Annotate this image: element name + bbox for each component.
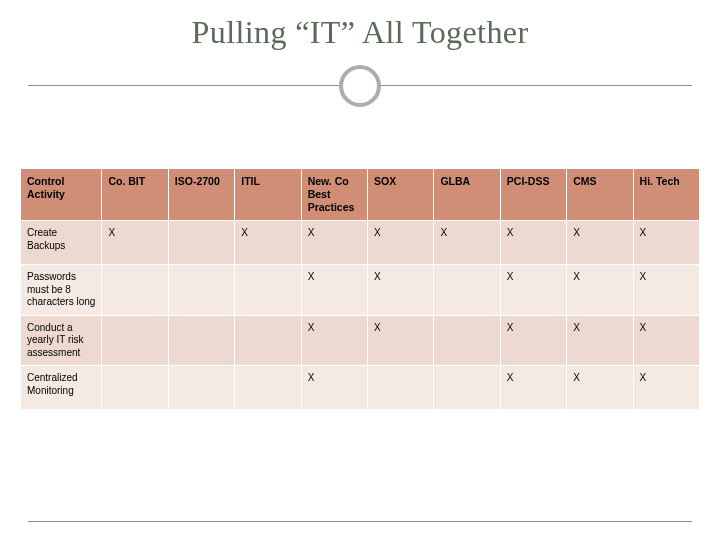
cell: X: [301, 315, 367, 366]
col-header: New. Co Best Practices: [301, 169, 367, 221]
row-label: Passwords must be 8 characters long: [21, 265, 102, 316]
cell: X: [434, 221, 500, 265]
comparison-table-wrap: Control Activity Co. BIT ISO-2700 ITIL N…: [20, 168, 700, 410]
row-label: Centralized Monitoring: [21, 366, 102, 410]
cell: X: [567, 221, 633, 265]
cell: [235, 265, 301, 316]
col-header: Co. BIT: [102, 169, 168, 221]
cell: X: [567, 265, 633, 316]
col-header: SOX: [368, 169, 434, 221]
col-header: CMS: [567, 169, 633, 221]
table-row: Centralized Monitoring X X X X: [21, 366, 700, 410]
cell: X: [567, 366, 633, 410]
col-header: Hi. Tech: [633, 169, 699, 221]
footer-rule: [28, 521, 692, 522]
cell: [168, 366, 234, 410]
table-row: Conduct a yearly IT risk assessment X X …: [21, 315, 700, 366]
col-header: ITIL: [235, 169, 301, 221]
cell: X: [633, 221, 699, 265]
cell: X: [235, 221, 301, 265]
table-row: Create Backups X X X X X X X X: [21, 221, 700, 265]
cell: X: [301, 366, 367, 410]
cell: X: [301, 221, 367, 265]
decorative-circle-icon: [339, 65, 381, 107]
col-header: GLBA: [434, 169, 500, 221]
table-row: Passwords must be 8 characters long X X …: [21, 265, 700, 316]
cell: X: [368, 265, 434, 316]
cell: X: [633, 366, 699, 410]
cell: [102, 265, 168, 316]
cell: X: [500, 315, 566, 366]
cell: [368, 366, 434, 410]
cell: [102, 366, 168, 410]
cell: X: [500, 366, 566, 410]
cell: X: [368, 315, 434, 366]
cell: X: [102, 221, 168, 265]
slide: Pulling “IT” All Together Control Activi…: [0, 0, 720, 540]
cell: [168, 315, 234, 366]
cell: [168, 221, 234, 265]
cell: X: [633, 265, 699, 316]
cell: [168, 265, 234, 316]
row-label: Conduct a yearly IT risk assessment: [21, 315, 102, 366]
col-header: ISO-2700: [168, 169, 234, 221]
cell: X: [633, 315, 699, 366]
col-header: Control Activity: [21, 169, 102, 221]
cell: [235, 366, 301, 410]
cell: [434, 366, 500, 410]
cell: [235, 315, 301, 366]
cell: X: [567, 315, 633, 366]
title-wrap: Pulling “IT” All Together: [0, 0, 720, 109]
cell: X: [368, 221, 434, 265]
comparison-table: Control Activity Co. BIT ISO-2700 ITIL N…: [20, 168, 700, 410]
cell: [102, 315, 168, 366]
cell: X: [500, 265, 566, 316]
col-header: PCI-DSS: [500, 169, 566, 221]
table-header-row: Control Activity Co. BIT ISO-2700 ITIL N…: [21, 169, 700, 221]
cell: [434, 315, 500, 366]
cell: X: [301, 265, 367, 316]
title-rule: [0, 61, 720, 109]
cell: [434, 265, 500, 316]
cell: X: [500, 221, 566, 265]
row-label: Create Backups: [21, 221, 102, 265]
page-title: Pulling “IT” All Together: [0, 14, 720, 51]
